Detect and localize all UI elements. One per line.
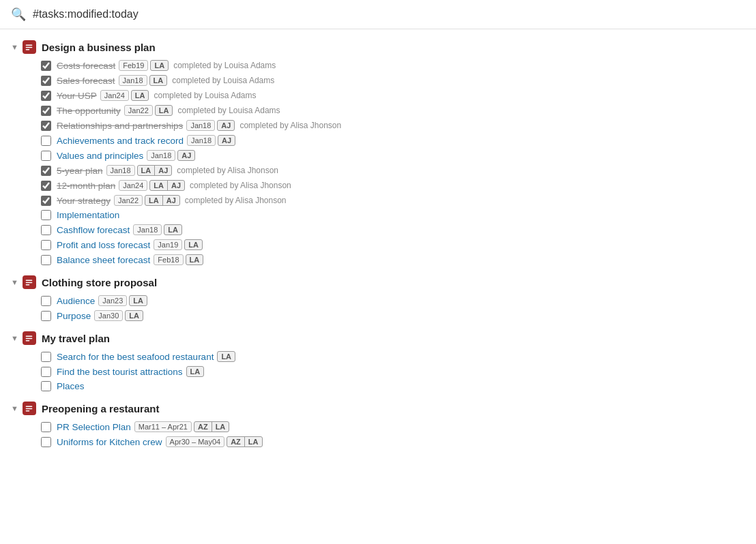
- task-checkbox[interactable]: [41, 367, 51, 377]
- svg-rect-3: [26, 279, 33, 281]
- task-name: Audience: [57, 296, 95, 306]
- task-checkbox[interactable]: [41, 437, 51, 447]
- project-header[interactable]: ▼ Clothing store proposal: [11, 271, 745, 293]
- svg-rect-9: [26, 406, 33, 407]
- svg-rect-4: [26, 282, 33, 283]
- date-tag: Feb18: [154, 254, 183, 265]
- task-checkbox[interactable]: [41, 181, 51, 191]
- task-checkbox[interactable]: [41, 121, 51, 131]
- svg-rect-10: [26, 408, 33, 409]
- date-tag: Mar11 – Apr21: [134, 421, 192, 432]
- task-checkbox[interactable]: [41, 76, 51, 86]
- date-tag: Jan30: [94, 310, 123, 321]
- task-checkbox[interactable]: [41, 210, 51, 220]
- task-name: Uniforms for Kitchen crew: [57, 437, 162, 447]
- task-item: Sales forecastJan18LAcompleted by Louisa…: [41, 73, 745, 88]
- task-checkbox[interactable]: [41, 311, 51, 321]
- collapse-arrow[interactable]: ▼: [11, 404, 18, 412]
- avatar-tag: LA: [186, 366, 205, 377]
- task-item: Implementation: [41, 208, 745, 222]
- svg-rect-11: [26, 410, 30, 411]
- task-list: PR Selection PlanMar11 – Apr21AZLAUnifor…: [41, 419, 745, 449]
- task-checkbox[interactable]: [41, 352, 51, 362]
- task-item: The opportunityJan22LAcompleted by Louis…: [41, 103, 745, 118]
- task-item: Costs forecastFeb19LAcompleted by Louisa…: [41, 58, 745, 73]
- task-checkbox[interactable]: [41, 61, 51, 71]
- project-header[interactable]: ▼ Design a business plan: [11, 36, 745, 58]
- svg-rect-6: [26, 335, 33, 337]
- search-input[interactable]: [33, 8, 745, 20]
- date-tag: Jan18: [119, 75, 147, 86]
- project-icon: [23, 275, 36, 289]
- task-checkbox[interactable]: [41, 296, 51, 306]
- task-checkbox[interactable]: [41, 381, 51, 391]
- date-tag: Jan19: [154, 239, 182, 250]
- svg-rect-1: [26, 46, 33, 48]
- avatar-tag: LA: [217, 351, 235, 362]
- date-tag: Jan18: [106, 165, 135, 176]
- avatar-tag: LA: [149, 75, 168, 86]
- date-tag: Feb19: [119, 60, 148, 71]
- date-tag: Jan23: [98, 295, 127, 306]
- project-group: ▼ My travel plan Search for the best sea…: [11, 327, 745, 393]
- completed-by-text: completed by Alisa Jhonson: [239, 121, 341, 130]
- avatar-tag: LA: [186, 254, 204, 265]
- project-icon: [23, 40, 36, 54]
- collapse-arrow[interactable]: ▼: [11, 334, 18, 342]
- avatar-tag-multi: AZLA: [194, 421, 229, 432]
- completed-by-text: completed by Alisa Jhonson: [177, 166, 278, 175]
- task-name: Profit and loss forecast: [57, 240, 150, 250]
- project-name: Preopening a restaurant: [42, 403, 160, 414]
- date-tag: Jan24: [100, 90, 129, 101]
- task-name: Search for the best seafood restaurant: [57, 352, 214, 362]
- avatar-tag: AJ: [218, 135, 235, 146]
- completed-by-text: completed by Louisa Adams: [177, 106, 280, 115]
- avatar-tag: LA: [164, 224, 182, 235]
- task-checkbox[interactable]: [41, 166, 51, 176]
- task-name: Implementation: [57, 210, 119, 220]
- collapse-arrow[interactable]: ▼: [11, 43, 18, 51]
- project-header[interactable]: ▼ Preopening a restaurant: [11, 397, 745, 419]
- task-name: Places: [57, 381, 85, 391]
- avatar-tag: AJ: [217, 120, 235, 131]
- task-checkbox[interactable]: [41, 225, 51, 235]
- search-bar: 🔍: [0, 0, 756, 29]
- task-checkbox[interactable]: [41, 255, 51, 265]
- completed-by-text: completed by Louisa Adams: [172, 76, 274, 85]
- task-checkbox[interactable]: [41, 151, 51, 161]
- date-tag: Jan18: [147, 150, 175, 161]
- task-checkbox[interactable]: [41, 91, 51, 101]
- task-list: Search for the best seafood restaurantLA…: [41, 349, 745, 393]
- task-name: Find the best tourist attractions: [57, 367, 183, 377]
- task-name: PR Selection Plan: [57, 422, 131, 432]
- task-item: AudienceJan23LA: [41, 293, 745, 308]
- task-name: Purpose: [57, 311, 91, 321]
- task-name: Values and principles: [57, 151, 143, 161]
- task-checkbox[interactable]: [41, 422, 51, 432]
- task-checkbox[interactable]: [41, 106, 51, 116]
- main-content: ▼ Design a business plan Costs forecastF…: [0, 29, 756, 460]
- avatar-tag-multi: AZLA: [227, 436, 262, 447]
- task-item: Find the best tourist attractionsLA: [41, 364, 745, 379]
- completed-by-text: completed by Louisa Adams: [173, 61, 276, 70]
- date-tag: Jan22: [114, 195, 143, 206]
- completed-by-text: completed by Alisa Jhonson: [185, 196, 287, 205]
- task-checkbox[interactable]: [41, 240, 51, 250]
- avatar-tag: LA: [131, 90, 149, 101]
- date-tag: Apr30 – May04: [166, 436, 225, 447]
- project-header[interactable]: ▼ My travel plan: [11, 327, 745, 349]
- task-name: Your strategy: [57, 196, 111, 206]
- collapse-arrow[interactable]: ▼: [11, 278, 18, 286]
- task-checkbox[interactable]: [41, 136, 51, 146]
- task-name: Balance sheet forecast: [57, 255, 150, 265]
- task-checkbox[interactable]: [41, 196, 51, 206]
- task-item: Balance sheet forecastFeb18LA: [41, 252, 745, 267]
- task-item: Uniforms for Kitchen crewApr30 – May04AZ…: [41, 434, 745, 449]
- avatar-tag: LA: [150, 60, 169, 71]
- svg-rect-0: [26, 44, 33, 46]
- avatar-tag: LA: [184, 239, 203, 250]
- task-name: Achievements and track record: [57, 136, 184, 146]
- task-name: Costs forecast: [57, 61, 115, 71]
- task-item: Values and principlesJan18AJ: [41, 148, 745, 163]
- task-name: The opportunity: [57, 106, 121, 116]
